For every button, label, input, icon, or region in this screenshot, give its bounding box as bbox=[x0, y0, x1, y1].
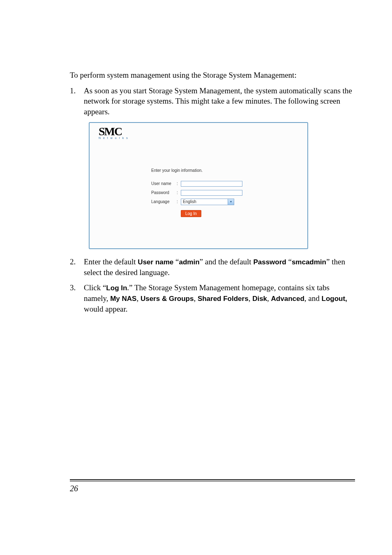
chevron-down-icon[interactable]: ▾ bbox=[228, 199, 234, 205]
step-3-number: 3. bbox=[70, 282, 84, 314]
step-1-body: As soon as you start Storage System Mana… bbox=[84, 86, 355, 117]
step-2-number: 2. bbox=[70, 257, 84, 278]
language-label: Language bbox=[151, 199, 177, 204]
step-1: 1. As soon as you start Storage System M… bbox=[70, 86, 355, 117]
language-select[interactable]: English ▾ bbox=[181, 199, 234, 205]
intro-text: To perform system management using the S… bbox=[70, 70, 355, 81]
step-2-body: Enter the default User name “admin” and … bbox=[84, 257, 355, 278]
page-number: 26 bbox=[70, 484, 355, 493]
colon: : bbox=[177, 181, 181, 186]
footer-rule bbox=[70, 479, 355, 480]
step-2: 2. Enter the default User name “admin” a… bbox=[70, 257, 355, 278]
step-1-number: 1. bbox=[70, 86, 84, 117]
login-form: Enter your login information. User name … bbox=[151, 168, 242, 216]
username-input[interactable] bbox=[181, 181, 242, 187]
logo-subtext: N e t w o r k s bbox=[99, 136, 133, 139]
step-3-body: Click “Log In.” The Storage System Manag… bbox=[84, 282, 355, 314]
login-button[interactable]: Log In bbox=[181, 210, 201, 217]
colon: : bbox=[177, 199, 181, 204]
language-value: English bbox=[183, 199, 196, 204]
password-row: Password : bbox=[151, 189, 242, 197]
login-instruction: Enter your login information. bbox=[151, 168, 242, 173]
smc-logo: SMC N e t w o r k s bbox=[99, 126, 133, 139]
username-label: User name bbox=[151, 181, 177, 186]
login-screenshot: SMC N e t w o r k s Enter your login inf… bbox=[89, 122, 308, 249]
username-row: User name : bbox=[151, 180, 242, 187]
step-3: 3. Click “Log In.” The Storage System Ma… bbox=[70, 282, 355, 314]
page-footer: 26 bbox=[70, 479, 355, 493]
password-label: Password bbox=[151, 190, 177, 195]
language-row: Language : English ▾ bbox=[151, 198, 242, 206]
password-input[interactable] bbox=[181, 190, 242, 196]
logo-text: SMC bbox=[99, 126, 133, 136]
colon: : bbox=[177, 190, 181, 195]
footer-rule-thin bbox=[70, 481, 355, 481]
